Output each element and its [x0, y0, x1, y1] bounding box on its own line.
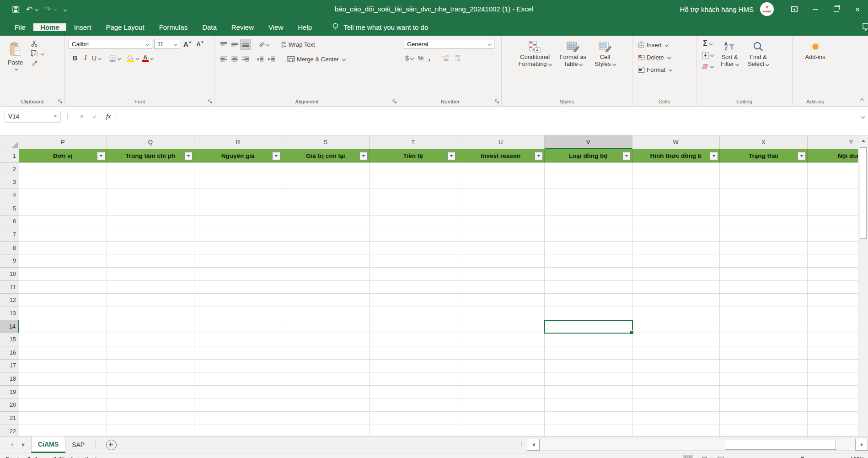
cell-Q7[interactable]: [107, 228, 195, 242]
cell-U12[interactable]: [457, 294, 545, 307]
cell-S9[interactable]: [282, 254, 370, 268]
menu-tab-data[interactable]: Data: [195, 23, 224, 31]
autosum-button[interactable]: Σ: [700, 39, 715, 48]
cell-V14[interactable]: [545, 320, 632, 334]
filter-button-T[interactable]: [447, 152, 455, 160]
cell-S20[interactable]: [282, 399, 370, 412]
cell-X5[interactable]: [720, 202, 808, 216]
ribbon-display-options-button[interactable]: [784, 0, 805, 18]
cell-S14[interactable]: [282, 320, 370, 334]
row-header-5[interactable]: 5: [0, 202, 19, 216]
cell-T5[interactable]: [370, 202, 457, 216]
cell-Q4[interactable]: [107, 189, 195, 202]
cell-W14[interactable]: [632, 320, 720, 334]
cell-T9[interactable]: [370, 254, 457, 268]
sort-filter-button[interactable]: AZ Sort & Filter: [718, 39, 742, 67]
row-header-17[interactable]: 17: [0, 360, 19, 373]
cell-V18[interactable]: [545, 372, 632, 386]
header-cell-R1[interactable]: Nguyên giá: [194, 149, 282, 163]
cell-Y16[interactable]: [808, 346, 858, 360]
cell-X7[interactable]: [720, 228, 808, 242]
menu-tab-insert[interactable]: Insert: [67, 23, 98, 31]
orientation-button[interactable]: ab: [257, 39, 270, 49]
cell-S3[interactable]: [282, 176, 370, 189]
cell-V12[interactable]: [545, 294, 632, 307]
accounting-format-button[interactable]: $: [404, 53, 415, 63]
cell-Y5[interactable]: [808, 202, 858, 216]
cell-P10[interactable]: [19, 268, 107, 281]
cell-Y7[interactable]: [808, 228, 858, 242]
cell-P7[interactable]: [19, 228, 107, 242]
percent-style-icon[interactable]: %: [417, 53, 425, 63]
filter-button-X[interactable]: [798, 152, 806, 160]
font-color-dropdown-icon[interactable]: [150, 56, 154, 60]
cell-W12[interactable]: [632, 294, 720, 307]
format-cells-button[interactable]: Format: [638, 65, 696, 75]
cell-X17[interactable]: [720, 360, 808, 373]
menu-tab-file[interactable]: File: [8, 23, 32, 31]
minimize-button[interactable]: [805, 0, 826, 18]
cell-T7[interactable]: [370, 228, 457, 242]
cell-S17[interactable]: [282, 360, 370, 373]
cell-Y21[interactable]: [808, 412, 858, 425]
filter-button-V[interactable]: [622, 152, 631, 160]
cell-X11[interactable]: [720, 281, 808, 294]
row-header-11[interactable]: 11: [0, 281, 19, 294]
cell-T19[interactable]: [370, 386, 457, 399]
cell-U15[interactable]: [457, 333, 545, 346]
cell-U4[interactable]: [457, 189, 545, 202]
cell-X21[interactable]: [720, 412, 808, 425]
alignment-dialog-launcher-icon[interactable]: [392, 99, 397, 104]
cell-V3[interactable]: [545, 176, 632, 189]
cell-Q5[interactable]: [107, 202, 195, 216]
cell-R9[interactable]: [194, 254, 282, 268]
cell-U16[interactable]: [457, 346, 545, 360]
cell-P19[interactable]: [19, 386, 107, 399]
header-cell-Q1[interactable]: Trung tâm chi ph: [107, 149, 195, 163]
cell-Q14[interactable]: [107, 320, 195, 334]
user-avatar[interactable]: ✳VinHMS: [760, 2, 774, 16]
cell-Q9[interactable]: [107, 254, 195, 268]
paste-button[interactable]: Paste: [5, 39, 26, 70]
comments-icon[interactable]: [862, 22, 868, 32]
zoom-slider-thumb[interactable]: [801, 457, 804, 458]
cell-styles-button[interactable]: Cell Styles: [591, 39, 618, 67]
column-header-V[interactable]: V: [545, 135, 632, 149]
close-button[interactable]: ×: [847, 0, 868, 18]
cell-P18[interactable]: [19, 372, 107, 386]
expand-formula-bar-icon[interactable]: [861, 114, 865, 118]
menu-tab-view[interactable]: View: [262, 23, 290, 31]
cell-V22[interactable]: [545, 425, 632, 436]
cell-P4[interactable]: [19, 189, 107, 202]
cell-P6[interactable]: [19, 216, 107, 229]
cell-Y14[interactable]: [808, 320, 858, 334]
number-dialog-launcher-icon[interactable]: [495, 99, 499, 104]
wrap-text-button[interactable]: abc↩ Wrap Text: [278, 39, 315, 49]
cell-T17[interactable]: [370, 360, 457, 373]
decrease-decimal-icon[interactable]: .00→.0: [451, 53, 461, 63]
orientation-dropdown-icon[interactable]: [266, 43, 269, 46]
cell-T4[interactable]: [370, 189, 457, 202]
cell-U22[interactable]: [457, 425, 545, 436]
cell-S10[interactable]: [282, 268, 370, 281]
accessibility-checker-button[interactable]: Accessibility: Investigate: [26, 456, 100, 458]
cell-V19[interactable]: [545, 386, 632, 399]
cell-U21[interactable]: [457, 412, 545, 425]
name-box[interactable]: V14: [5, 111, 61, 123]
cell-S5[interactable]: [282, 202, 370, 216]
cell-T14[interactable]: [370, 320, 457, 334]
filter-button-U[interactable]: [535, 152, 543, 160]
addins-button[interactable]: Add-ins: [793, 39, 838, 60]
name-box-dropdown-icon[interactable]: [54, 116, 57, 118]
cell-P17[interactable]: [19, 360, 107, 373]
cell-X2[interactable]: [720, 163, 808, 176]
menu-tab-page-layout[interactable]: Page Layout: [99, 23, 151, 31]
row-header-14[interactable]: 14: [0, 320, 19, 334]
cell-R22[interactable]: [194, 425, 282, 436]
cell-X12[interactable]: [720, 294, 808, 307]
row-header-10[interactable]: 10: [0, 268, 19, 281]
paste-dropdown-icon[interactable]: [14, 67, 18, 70]
cell-X19[interactable]: [720, 386, 808, 399]
cell-Y19[interactable]: [808, 386, 858, 399]
column-header-R[interactable]: R: [194, 135, 282, 149]
